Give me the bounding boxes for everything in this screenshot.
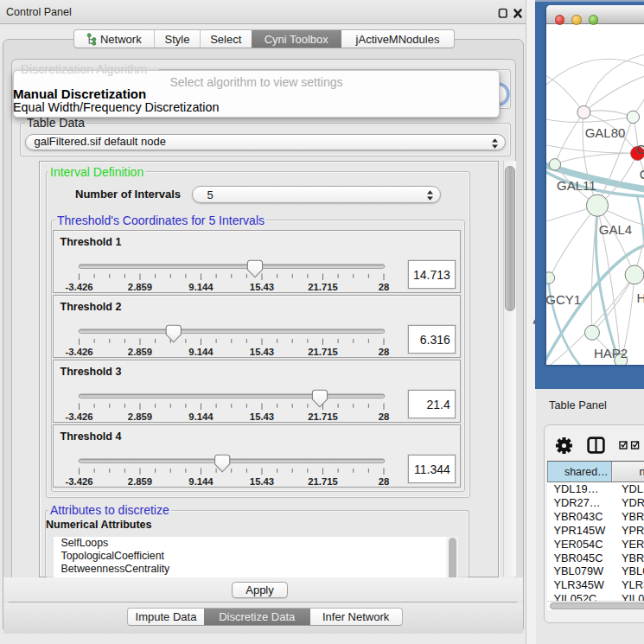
svg-text:GAL11: GAL11 [557,177,596,192]
svg-text:HAP: HAP [636,290,644,305]
svg-text:CDC1: CDC1 [639,166,644,181]
svg-text:GAL4: GAL4 [598,221,631,236]
svg-text:GCY1: GCY1 [546,291,581,306]
svg-text:GAL80: GAL80 [584,125,625,140]
svg-text:GAL7: GAL7 [635,142,644,156]
svg-text:HAP2: HAP2 [593,346,627,360]
